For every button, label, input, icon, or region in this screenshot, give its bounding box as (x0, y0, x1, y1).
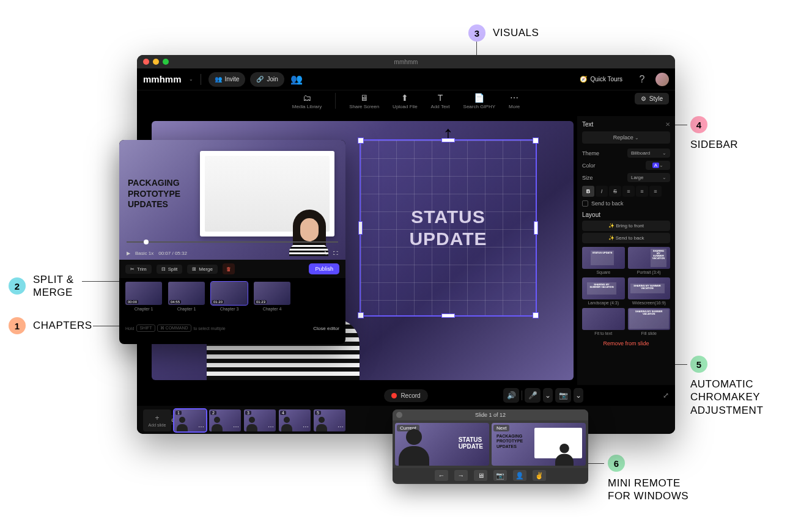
layout-fit[interactable]: Fit to text (582, 308, 625, 336)
camera-button[interactable]: 📷 (555, 388, 571, 403)
brand-logo: mmhmm (143, 74, 182, 84)
split-button[interactable]: ⊟ Split (157, 265, 183, 274)
remote-presenter[interactable]: 👤 (513, 470, 526, 481)
fullscreen-button[interactable]: ⛶ (333, 251, 338, 256)
scrubber-handle[interactable] (144, 240, 149, 244)
annotation-2-text: SPLIT & MERGE (33, 273, 74, 299)
remote-next-btn[interactable]: → (454, 470, 468, 481)
text-icon: T (435, 93, 446, 103)
annotation-4-text: SIDEBAR (690, 138, 738, 151)
camera-menu[interactable]: ⌄ (574, 388, 583, 403)
badge-4: 4 (690, 116, 707, 133)
share-screen-button[interactable]: 🖥 Share Screen (349, 93, 379, 109)
annotation-1-text: CHAPTERS (33, 319, 92, 332)
media-library-button[interactable]: 🗂 Media Library (292, 93, 322, 109)
badge-2: 2 (9, 277, 26, 295)
bring-front-button[interactable]: ✨ Bring to front (582, 221, 670, 231)
color-select[interactable]: A⌄ (646, 161, 670, 170)
remote-title: Slide 1 of 12 (475, 412, 506, 418)
remote-slides: Current STATUS UPDATE Next PACKAGING PRO… (393, 420, 588, 468)
slide-2[interactable]: 2⋯ (209, 409, 241, 431)
playbar: ▶ Basic 1x 00:07 / 05:32 ↻ ⛶ (127, 251, 338, 256)
scrubber[interactable] (127, 241, 338, 243)
loop-button[interactable]: ↻ (324, 251, 328, 256)
visual-text: STATUS UPDATE (361, 141, 536, 315)
invite-button[interactable]: 👥 Invite (209, 72, 246, 87)
quick-tours-button[interactable]: 🧭 Quick Tours (574, 72, 629, 87)
upload-file-button[interactable]: ⬆ Upload File (393, 93, 417, 109)
layout-portrait[interactable]: SHARING MY SUMMER VACATION Portrait (3:4… (628, 247, 671, 274)
mic-button[interactable]: 🎤 (525, 388, 541, 403)
publish-button[interactable]: Publish (309, 263, 339, 274)
mic-menu[interactable]: ⌄ (543, 388, 553, 403)
compass-icon: 🧭 (580, 76, 587, 82)
strike-button[interactable]: S (609, 186, 621, 197)
annotation-6: 6 MINI REMOTE FOR WINDOWS (608, 455, 688, 503)
help-button[interactable]: ? (635, 72, 649, 87)
people-icon: 👥 (215, 76, 222, 82)
delete-button[interactable]: 🗑 (223, 263, 235, 274)
more-button[interactable]: ⋯ More (509, 93, 520, 109)
remote-prev[interactable]: ← (435, 470, 448, 481)
slide-5[interactable]: 5⋯ (314, 409, 345, 431)
chapters-strip: 00:00 Chapter 1 04:55 Chapter 1 01:20 Ch… (119, 278, 345, 320)
remote-share[interactable]: 🖥 (474, 470, 487, 481)
layout-widescreen[interactable]: SHARING MY SUMMER VACATION Widescreen(16… (628, 277, 671, 305)
controls-bar: Record 🔊 🎤 ⌄ 📷 ⌄ (137, 385, 675, 406)
slide-3[interactable]: 3⋯ (244, 409, 276, 431)
play-button[interactable]: ▶ (127, 251, 130, 256)
link-icon: 🔗 (256, 76, 264, 82)
close-sidebar[interactable]: ✕ (665, 121, 670, 128)
participants-icon[interactable]: 👥 (289, 72, 304, 87)
merge-button[interactable]: ⊞ Merge (187, 265, 218, 274)
size-label: Size (582, 175, 593, 181)
size-select[interactable]: Large⌄ (627, 173, 670, 182)
italic-button[interactable]: I (596, 186, 608, 197)
close-editor-button[interactable]: Close editor (313, 326, 339, 331)
mini-remote: Slide 1 of 12 Current STATUS UPDATE Next… (393, 409, 588, 484)
user-avatar[interactable] (655, 73, 669, 86)
sidebar-header: Text ✕ (582, 121, 670, 128)
remove-button[interactable]: Remove from slide (582, 340, 670, 346)
record-button[interactable]: Record (384, 389, 427, 402)
remote-reaction[interactable]: ✌ (533, 470, 546, 481)
text-visual[interactable]: ↕ STATUS UPDATE (360, 139, 537, 317)
theme-label: Theme (582, 150, 599, 156)
remote-camera[interactable]: 📷 (493, 470, 507, 481)
chapter-3[interactable]: 01:20 Chapter 3 (211, 282, 248, 316)
expand-button[interactable]: ⤢ (663, 391, 669, 400)
remote-current-slide[interactable]: Current STATUS UPDATE (395, 423, 489, 466)
badge-3: 3 (468, 24, 485, 42)
layout-landscape[interactable]: SHARING MY SUMMER VACATION Landscape (4:… (582, 277, 625, 305)
bold-button[interactable]: B (582, 186, 594, 197)
trim-button[interactable]: ✂ Trim (125, 265, 152, 274)
speaker-button[interactable]: 🔊 (503, 388, 519, 403)
slide-1[interactable]: 1⋯ (174, 409, 206, 431)
layout-square[interactable]: STATUS UPDATE Square (582, 247, 625, 274)
join-button[interactable]: 🔗 Join (250, 72, 284, 87)
replace-button[interactable]: Replace ⌄ (582, 131, 670, 144)
send-back-checkbox[interactable]: Send to back (582, 200, 670, 207)
speed-button[interactable]: Basic 1x (135, 251, 153, 256)
add-text-button[interactable]: T Add Text (431, 93, 450, 109)
theme-select[interactable]: Billboard⌄ (627, 148, 670, 158)
chapter-2[interactable]: 04:55 Chapter 1 (168, 282, 205, 316)
send-back-button[interactable]: ✨ Send to back (582, 233, 670, 243)
time-display: 00:07 / 05:32 (158, 251, 187, 256)
editor-title: PACKAGING PROTOTYPE UPDATES (128, 178, 180, 210)
remote-titlebar: Slide 1 of 12 (393, 409, 588, 420)
align-center-button[interactable]: ≡ (636, 186, 648, 197)
search-giphy-button[interactable]: 📄 Search GIPHY (463, 93, 495, 109)
chapter-4[interactable]: 01:23 Chapter 4 (254, 282, 290, 316)
remote-close[interactable] (396, 412, 402, 418)
chapter-1[interactable]: 00:00 Chapter 1 (125, 282, 162, 316)
align-left-button[interactable]: ≡ (622, 186, 635, 197)
slide-4[interactable]: 4⋯ (279, 409, 311, 431)
add-slide-button[interactable]: +Add slide (143, 409, 171, 431)
align-right-button[interactable]: ≡ (649, 186, 662, 197)
remote-next-slide[interactable]: Next PACKAGING PROTOTYPE UPDATES (492, 423, 586, 466)
layout-fill[interactable]: SHARING MY SUMMER VACATION Fill slide (628, 308, 671, 336)
style-button[interactable]: ⚙ Style (635, 93, 669, 105)
selection-box[interactable]: STATUS UPDATE (360, 139, 537, 317)
brand-menu[interactable]: ⌄ (189, 76, 193, 82)
